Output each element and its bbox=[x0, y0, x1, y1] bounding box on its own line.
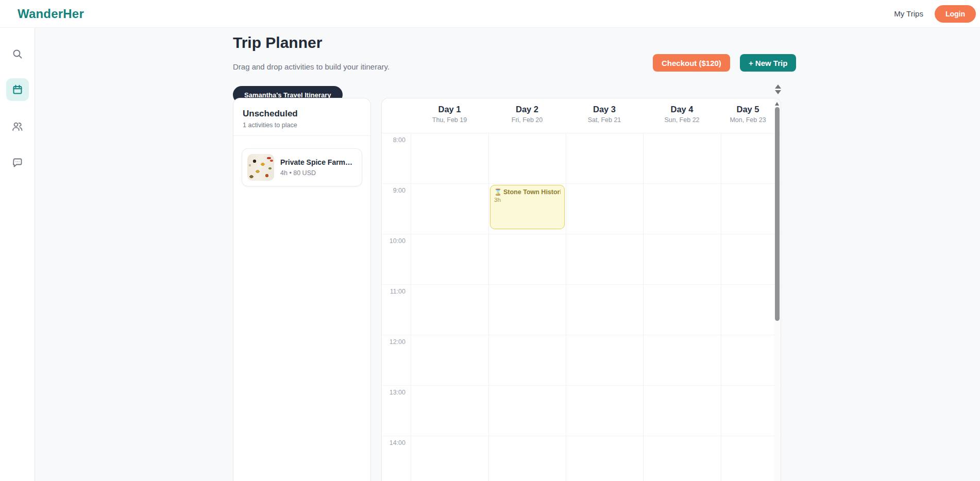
brand-logo[interactable]: WanderHer bbox=[18, 7, 84, 21]
hour-label: 9:00 bbox=[382, 184, 411, 194]
scrollbar-thumb[interactable] bbox=[775, 107, 780, 321]
day-date: Sun, Feb 22 bbox=[643, 116, 721, 124]
day-label: Day 1 bbox=[411, 105, 488, 114]
calendar-icon bbox=[12, 84, 23, 95]
hour-label: 11:00 bbox=[382, 285, 411, 295]
login-button[interactable]: Login bbox=[935, 5, 976, 23]
arrow-up-icon bbox=[775, 84, 781, 89]
calendar-grid[interactable]: 8:00 9:00 10:00 11:00 12:00 13:00 14:00 bbox=[382, 133, 781, 481]
hour-label: 14:00 bbox=[382, 436, 411, 446]
unscheduled-title: Unscheduled bbox=[243, 109, 361, 119]
nav-right: My Trips Login bbox=[894, 5, 976, 23]
unscheduled-header: Unscheduled 1 activities to place bbox=[233, 98, 370, 136]
hour-label: 13:00 bbox=[382, 386, 411, 396]
header-actions: Checkout ($120) + New Trip bbox=[653, 54, 796, 72]
event-title: ⌛Stone Town Historical bbox=[494, 188, 561, 196]
hour-row: 12:00 bbox=[382, 335, 781, 386]
day-date: Thu, Feb 19 bbox=[411, 116, 488, 124]
day-label: Day 4 bbox=[643, 105, 721, 114]
event-title-text: Stone Town Historical bbox=[503, 188, 561, 196]
hour-row: 9:00 bbox=[382, 184, 781, 234]
calendar-scrollbar[interactable] bbox=[774, 98, 780, 481]
day-header-1: Day 1 Thu, Feb 19 bbox=[411, 98, 488, 133]
day-header-4: Day 4 Sun, Feb 22 bbox=[643, 98, 721, 133]
hour-label: 10:00 bbox=[382, 234, 411, 245]
day-label: Day 3 bbox=[566, 105, 643, 114]
search-icon bbox=[12, 48, 23, 60]
sidebar-item-community[interactable] bbox=[6, 115, 29, 138]
arrow-down-icon bbox=[775, 90, 781, 94]
activity-card[interactable]: Private Spice Farm… 4h • 80 USD bbox=[242, 148, 362, 186]
top-navbar: WanderHer My Trips Login bbox=[0, 0, 980, 28]
hour-label: 12:00 bbox=[382, 335, 411, 346]
calendar-panel: Day 1 Thu, Feb 19 Day 2 Fri, Feb 20 Day … bbox=[381, 98, 781, 481]
day-header-3: Day 3 Sat, Feb 21 bbox=[566, 98, 643, 133]
checkout-button[interactable]: Checkout ($120) bbox=[653, 54, 730, 72]
sidebar-item-search[interactable] bbox=[6, 43, 29, 65]
event-duration: 3h bbox=[494, 197, 561, 203]
scrollbar-up-arrow-icon[interactable] bbox=[775, 102, 779, 106]
day-date: Mon, Feb 23 bbox=[721, 116, 775, 124]
activity-title: Private Spice Farm… bbox=[280, 158, 352, 166]
unscheduled-panel: Unscheduled 1 activities to place Privat… bbox=[233, 98, 371, 481]
page-subtitle: Drag and drop activities to build your i… bbox=[233, 62, 390, 71]
day-header-5: Day 5 Mon, Feb 23 bbox=[721, 98, 775, 133]
day-date: Fri, Feb 20 bbox=[488, 116, 566, 124]
hour-row: 8:00 bbox=[382, 133, 781, 184]
hour-row: 13:00 bbox=[382, 386, 781, 436]
chat-icon bbox=[12, 157, 23, 168]
day-header-2: Day 2 Fri, Feb 20 bbox=[488, 98, 566, 133]
calendar-day-header-row: Day 1 Thu, Feb 19 Day 2 Fri, Feb 20 Day … bbox=[382, 98, 781, 133]
hour-row: 11:00 bbox=[382, 285, 781, 335]
day-label: Day 5 bbox=[721, 105, 775, 114]
people-icon bbox=[11, 121, 23, 132]
event-stone-town-historical[interactable]: ⌛Stone Town Historical 3h bbox=[490, 185, 565, 229]
unscheduled-count: 1 activities to place bbox=[243, 122, 361, 129]
new-trip-button[interactable]: + New Trip bbox=[740, 54, 796, 72]
hour-row: 10:00 bbox=[382, 234, 781, 285]
my-trips-link[interactable]: My Trips bbox=[894, 9, 923, 18]
hour-label: 8:00 bbox=[382, 133, 411, 144]
sidebar-rail bbox=[0, 28, 35, 481]
page-title: Trip Planner bbox=[233, 34, 322, 51]
calendar-scroll-arrows[interactable] bbox=[774, 84, 782, 96]
hourglass-icon: ⌛ bbox=[494, 188, 502, 196]
activity-meta: 4h • 80 USD bbox=[280, 169, 352, 177]
day-label: Day 2 bbox=[488, 105, 566, 114]
sidebar-item-chat[interactable] bbox=[6, 151, 29, 174]
activity-thumbnail-spices-image bbox=[247, 154, 274, 181]
activity-info: Private Spice Farm… 4h • 80 USD bbox=[280, 158, 352, 177]
sidebar-item-planner[interactable] bbox=[6, 78, 29, 101]
day-date: Sat, Feb 21 bbox=[566, 116, 643, 124]
hour-row: 14:00 bbox=[382, 436, 781, 481]
